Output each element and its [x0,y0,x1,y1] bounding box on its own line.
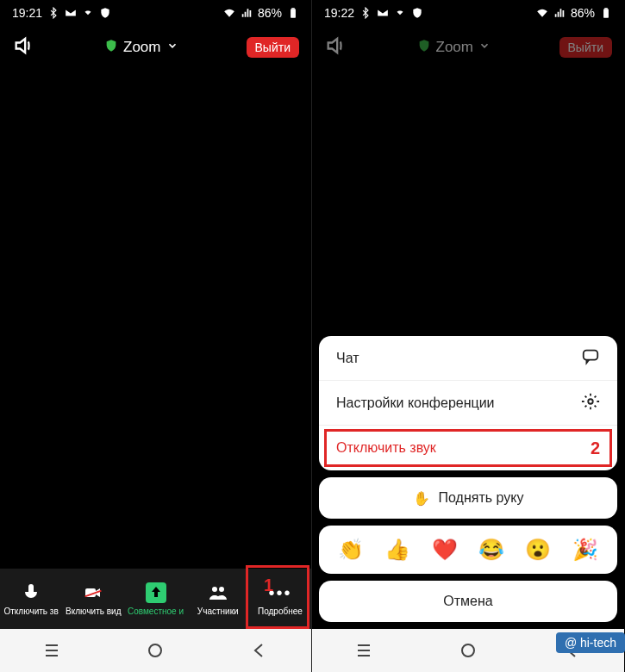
reaction-clap[interactable]: 👏 [338,538,364,562]
cancel-label: Отмена [443,594,492,609]
topbar: Zoom Выйти [312,26,624,69]
raise-hand-label: Поднять руку [439,490,524,506]
svg-rect-11 [584,350,598,359]
more-label: Подробнее [258,607,303,616]
svg-point-3 [212,587,217,592]
shield-small-icon [99,7,111,19]
menu-disconnect-label: Отключить звук [336,440,436,456]
reaction-joy[interactable]: 😂 [478,538,504,562]
reactions-row: 👏 👍 ❤️ 😂 😮 🎉 [319,526,617,574]
more-sheet: Чат Настройки конференции Отключить звук… [319,336,617,622]
shield-small-icon [411,7,423,19]
phone-left: 19:21 86% [0,0,312,672]
battery-icon [287,7,299,19]
shield-icon [417,39,431,57]
status-time: 19:22 [324,6,354,20]
sheet-menu: Чат Настройки конференции Отключить звук… [319,336,617,470]
svg-rect-0 [291,9,296,17]
menu-chat[interactable]: Чат [319,336,617,381]
start-video-button[interactable]: Включить вид [62,569,124,629]
recents-icon[interactable] [41,640,62,661]
exit-button[interactable]: Выйти [559,37,612,58]
start-video-label: Включить вид [66,607,121,616]
status-bar: 19:22 86% [312,0,624,26]
battery-text: 86% [571,6,595,20]
menu-disconnect-audio[interactable]: Отключить звук 2 [319,426,617,470]
reaction-thumbsup[interactable]: 👍 [384,538,410,562]
speaker-icon[interactable] [324,34,348,61]
participants-button[interactable]: Участники [187,569,249,629]
home-icon[interactable] [145,640,166,661]
bluetooth-icon [47,7,59,19]
video-off-icon [83,582,103,603]
home-icon[interactable] [458,640,478,661]
raise-hand-icon: ✋ [413,490,430,507]
gmail-icon [377,7,389,19]
menu-settings-label: Настройки конференции [336,395,495,411]
svg-point-12 [588,399,593,404]
chevron-down-icon [478,39,491,56]
menu-chat-label: Чат [336,351,359,366]
cancel-button[interactable]: Отмена [319,581,617,622]
back-icon[interactable] [249,640,270,661]
reaction-heart[interactable]: ❤️ [432,538,458,562]
svg-rect-2 [85,588,96,597]
wifi-call-icon [82,7,94,19]
signal-icon [553,7,566,19]
exit-button[interactable]: Выйти [247,37,299,58]
video-area[interactable] [0,69,311,569]
svg-point-8 [149,644,161,656]
signal-icon [241,7,253,19]
share-icon [146,582,166,603]
more-button[interactable]: ••• Подробнее [249,569,311,629]
battery-icon [600,7,612,19]
mic-icon [21,582,41,603]
zoom-label: Zoom [436,39,473,56]
participants-icon [208,582,228,603]
annotation-number-2: 2 [591,439,600,458]
battery-text: 86% [258,6,282,20]
raise-hand-button[interactable]: ✋ Поднять руку [319,477,617,519]
reaction-wow[interactable]: 😮 [525,538,551,562]
svg-point-16 [462,644,474,656]
zoom-title[interactable]: Zoom [417,39,491,57]
android-navbar [0,629,311,672]
bottombar: Отключить зв Включить вид Совместное и У… [0,569,311,629]
participants-label: Участники [197,607,239,616]
mute-audio-button[interactable]: Отключить зв [0,569,62,629]
gmail-icon [65,7,77,19]
svg-rect-10 [604,8,608,9]
gear-icon [581,392,600,414]
speaker-icon[interactable] [12,34,36,61]
chat-icon [581,347,600,370]
reaction-tada[interactable]: 🎉 [572,538,598,562]
shield-icon [104,39,118,57]
annotation-number-1: 1 [264,576,273,595]
wifi-icon [223,7,235,19]
topbar: Zoom Выйти [0,26,311,69]
status-bar: 19:21 86% [0,0,311,26]
watermark: @ hi‑tech [556,632,625,653]
recents-icon[interactable] [353,640,374,661]
bluetooth-icon [359,7,372,19]
mute-audio-label: Отключить зв [3,607,58,616]
menu-settings[interactable]: Настройки конференции [319,381,617,426]
zoom-title[interactable]: Zoom [104,39,178,57]
wifi-icon [536,7,548,19]
status-time: 19:21 [12,6,42,20]
svg-point-4 [219,587,224,592]
share-button[interactable]: Совместное и [124,569,186,629]
phone-right: 19:22 86% [312,0,624,672]
svg-rect-9 [603,9,609,17]
svg-rect-1 [291,8,295,9]
zoom-label: Zoom [123,39,160,56]
chevron-down-icon [166,39,178,56]
watermark-text: @ hi‑tech [565,636,616,650]
share-label: Совместное и [128,607,184,616]
wifi-call-icon [394,7,406,19]
